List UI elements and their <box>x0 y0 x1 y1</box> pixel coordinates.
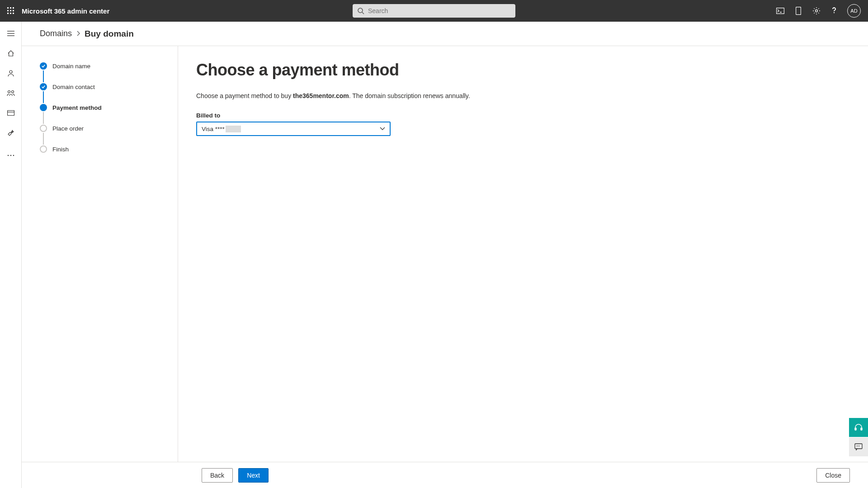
billed-to-value: Visa ****1234 <box>202 126 241 132</box>
main-content: Choose a payment method Choose a payment… <box>178 46 868 488</box>
topbar-actions: AD <box>775 4 864 18</box>
svg-point-22 <box>7 155 8 156</box>
svg-rect-25 <box>855 428 856 430</box>
step-connector <box>43 70 44 82</box>
svg-rect-0 <box>7 7 9 9</box>
chevron-right-icon <box>76 30 80 38</box>
wizard-step-place-order: Place order <box>40 124 167 133</box>
svg-rect-4 <box>10 10 11 11</box>
footer-bar: Back Next Close <box>22 462 868 488</box>
back-button[interactable]: Back <box>202 468 233 483</box>
pending-step-dot <box>40 145 47 153</box>
billed-to-select[interactable]: Visa ****1234 <box>196 122 391 136</box>
setup-icon[interactable] <box>2 124 20 142</box>
page-description: Choose a payment method to buy the365men… <box>196 92 850 99</box>
svg-point-24 <box>13 155 14 156</box>
svg-rect-11 <box>777 8 784 14</box>
breadcrumb: Domains Buy domain <box>22 22 868 46</box>
users-icon[interactable] <box>2 64 20 82</box>
desc-prefix: Choose a payment method to buy <box>196 92 293 99</box>
pending-step-dot <box>40 125 47 132</box>
shell-console-icon[interactable] <box>775 5 786 16</box>
billed-to-label: Billed to <box>196 112 850 119</box>
billing-icon[interactable] <box>2 104 20 122</box>
svg-rect-3 <box>7 10 9 11</box>
svg-point-17 <box>9 70 12 73</box>
wizard-step-payment-method: Payment method <box>40 103 167 112</box>
search-input[interactable] <box>368 7 511 14</box>
app-launcher-icon[interactable] <box>4 4 18 18</box>
svg-rect-6 <box>7 13 9 14</box>
search-box[interactable] <box>353 4 515 18</box>
avatar[interactable]: AD <box>847 4 861 18</box>
wizard-step-finish: Finish <box>40 145 167 154</box>
breadcrumb-current: Buy domain <box>85 29 134 39</box>
chevron-down-icon <box>380 127 385 131</box>
teams-icon[interactable] <box>2 84 20 102</box>
wizard-step-domain-contact: Domain contact <box>40 82 167 91</box>
wizard-step-label: Payment method <box>52 104 102 111</box>
support-headset-icon[interactable] <box>849 418 868 437</box>
close-button[interactable]: Close <box>816 468 850 483</box>
body-columns: Domain name Domain contact Payment metho… <box>22 46 868 488</box>
svg-point-13 <box>816 10 818 12</box>
content-area: Domains Buy domain Domain name Domain co… <box>22 22 868 488</box>
svg-rect-1 <box>10 7 11 9</box>
wizard-step-label: Domain contact <box>52 84 95 90</box>
top-header: Microsoft 365 admin center AD <box>0 0 868 22</box>
svg-point-19 <box>11 91 14 93</box>
svg-point-18 <box>8 91 10 93</box>
search-container <box>353 4 515 18</box>
current-step-dot <box>40 104 47 111</box>
left-nav-rail <box>0 22 22 488</box>
svg-rect-12 <box>796 7 801 15</box>
check-icon <box>40 62 47 70</box>
hamburger-icon[interactable] <box>2 24 20 42</box>
breadcrumb-parent[interactable]: Domains <box>40 29 72 38</box>
next-button[interactable]: Next <box>238 468 269 483</box>
svg-rect-7 <box>10 13 11 14</box>
step-connector <box>43 91 44 103</box>
svg-rect-26 <box>861 428 862 430</box>
desc-suffix: . The domain subscription renews annuall… <box>349 92 470 99</box>
device-icon[interactable] <box>793 5 804 16</box>
home-icon[interactable] <box>2 44 20 62</box>
svg-point-9 <box>358 8 363 13</box>
desc-domain: the365mentor.com <box>293 92 349 99</box>
gear-icon[interactable] <box>811 5 822 16</box>
step-connector <box>43 133 44 145</box>
wizard-steps: Domain name Domain contact Payment metho… <box>22 46 178 488</box>
wizard-step-label: Place order <box>52 125 84 132</box>
svg-rect-8 <box>13 13 14 14</box>
help-icon[interactable] <box>829 5 840 16</box>
svg-rect-5 <box>13 10 14 11</box>
page-body: Domains Buy domain Domain name Domain co… <box>0 22 868 488</box>
page-title: Choose a payment method <box>196 61 850 80</box>
check-icon <box>40 83 47 90</box>
wizard-step-domain-name: Domain name <box>40 61 167 70</box>
app-title: Microsoft 365 admin center <box>22 7 109 15</box>
wizard-step-label: Domain name <box>52 63 90 70</box>
search-icon <box>357 7 364 14</box>
feedback-icon[interactable] <box>849 437 868 456</box>
help-float-panel <box>849 418 868 456</box>
step-connector <box>43 112 44 124</box>
svg-rect-20 <box>7 111 14 116</box>
svg-point-23 <box>10 155 11 156</box>
more-icon[interactable] <box>2 146 20 164</box>
svg-rect-2 <box>13 7 14 9</box>
svg-line-10 <box>362 12 364 14</box>
wizard-step-label: Finish <box>52 146 69 153</box>
